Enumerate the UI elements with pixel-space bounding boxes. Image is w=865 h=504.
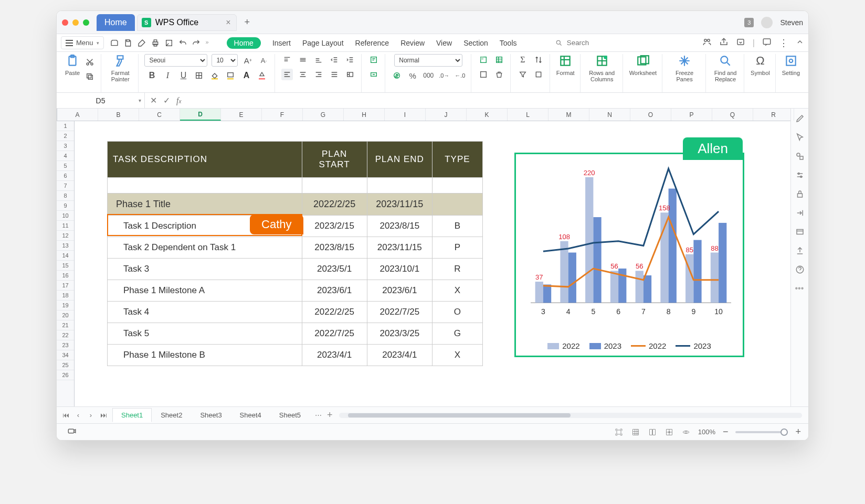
cell[interactable]: B (432, 216, 482, 237)
row-header[interactable]: 2 (57, 131, 74, 141)
last-sheet-icon[interactable]: ⏭ (99, 411, 108, 419)
sheet-tab[interactable]: Sheet5 (270, 408, 310, 422)
qat-more-icon[interactable]: » (206, 39, 214, 47)
page-break-view-icon[interactable] (664, 427, 674, 437)
sheet-tab[interactable]: Sheet2 (152, 408, 191, 422)
cell-style-icon[interactable] (478, 54, 489, 66)
row-header[interactable]: 17 (57, 281, 74, 291)
column-header[interactable]: A (57, 109, 98, 121)
row-header[interactable]: 12 (57, 231, 74, 241)
upload-icon[interactable] (795, 246, 805, 255)
row-header[interactable]: 14 (57, 251, 74, 261)
cell[interactable]: O (432, 302, 482, 323)
setting-button[interactable]: Setting (782, 54, 800, 76)
currency-icon[interactable] (391, 70, 403, 81)
column-header[interactable]: N (589, 109, 630, 121)
row-header[interactable]: 3 (57, 141, 74, 151)
freeze-panes-button[interactable]: Freeze Panes (669, 54, 700, 82)
print-preview-icon[interactable] (165, 39, 173, 47)
filter-icon[interactable] (517, 69, 529, 80)
next-sheet-icon[interactable]: › (86, 411, 96, 419)
cell[interactable]: Task 3 (108, 259, 302, 280)
row-header[interactable]: 20 (57, 310, 74, 320)
increase-indent-icon[interactable] (344, 54, 356, 66)
first-sheet-icon[interactable]: ⏮ (61, 411, 70, 419)
row-header[interactable]: 9 (57, 201, 74, 211)
cell[interactable]: Task 1 DescriptionCathy (108, 216, 302, 237)
align-center-icon[interactable] (297, 69, 309, 80)
underline-icon[interactable]: U (177, 70, 189, 81)
cell[interactable]: 2023/11/15 (367, 237, 432, 259)
align-bottom-icon[interactable] (313, 54, 324, 66)
lock-icon[interactable] (795, 189, 805, 199)
search-box[interactable] (555, 38, 692, 47)
cell[interactable]: 2023/3/25 (367, 323, 432, 345)
row-header[interactable]: 13 (57, 241, 74, 251)
zoom-out-icon[interactable]: − (723, 426, 729, 437)
save-cloud-icon[interactable] (736, 37, 745, 49)
wrap-text-icon[interactable] (368, 54, 379, 66)
merge-cells-icon[interactable] (368, 69, 379, 80)
column-header[interactable]: I (385, 109, 426, 121)
comma-icon[interactable]: 000 (423, 70, 434, 81)
find-replace-button[interactable]: Find and Replace (712, 54, 739, 82)
shapes-icon[interactable] (795, 152, 805, 161)
redo-icon[interactable] (192, 39, 201, 47)
cell-reference-box[interactable]: ▾ (57, 93, 145, 108)
collapse-ribbon-icon[interactable] (796, 38, 804, 48)
font-name-combo[interactable]: Seoui (144, 54, 207, 67)
cancel-input-icon[interactable]: ✕ (150, 95, 157, 105)
cell[interactable]: 2022/7/25 (302, 323, 367, 345)
column-header[interactable]: Q (712, 109, 753, 121)
cell[interactable]: 2023/4/1 (367, 345, 432, 366)
sheet-list-icon[interactable]: ⋯ (315, 411, 322, 419)
cell-color-icon[interactable] (225, 70, 236, 81)
align-middle-icon[interactable] (297, 54, 309, 66)
row-header[interactable]: 15 (57, 261, 74, 271)
clear-icon[interactable] (493, 69, 505, 80)
justify-icon[interactable] (329, 69, 340, 80)
sheet-tab[interactable]: Sheet3 (191, 408, 230, 422)
zoom-in-icon[interactable]: + (795, 426, 801, 437)
row-header[interactable]: 34 (57, 350, 74, 360)
horizontal-scrollbar[interactable] (339, 413, 802, 418)
share-users-icon[interactable] (702, 37, 712, 49)
ribbon-tab-reference[interactable]: Reference (355, 39, 389, 47)
ribbon-tab-page-layout[interactable]: Page Layout (302, 39, 344, 47)
cell[interactable]: 2022/2/25 (302, 302, 367, 323)
row-header[interactable]: 4 (57, 151, 74, 161)
ribbon-tab-review[interactable]: Review (400, 39, 425, 47)
cell[interactable]: X (432, 280, 482, 302)
avatar[interactable] (761, 17, 773, 28)
column-header[interactable]: L (508, 109, 548, 121)
cell[interactable]: 2023/10/1 (367, 259, 432, 280)
row-header[interactable]: 26 (57, 370, 74, 380)
decrease-decimal-icon[interactable]: ←.0 (454, 70, 466, 81)
row-header[interactable]: 6 (57, 171, 74, 181)
number-format-combo[interactable]: Normal (394, 54, 462, 67)
autosum-icon[interactable]: Σ (517, 54, 529, 66)
feedback-icon[interactable] (762, 37, 772, 49)
fill-icon[interactable] (533, 69, 544, 80)
copy-icon[interactable] (84, 71, 96, 82)
percent-icon[interactable]: % (407, 70, 418, 81)
format-button[interactable]: Format (556, 54, 575, 76)
fill-color-icon[interactable] (209, 70, 220, 81)
grid-canvas[interactable]: TASK DESCRIPTION PLAN START PLAN END TYP… (75, 121, 790, 406)
sheet-tab[interactable]: Sheet1 (112, 408, 152, 422)
cell[interactable]: 2023/6/1 (367, 280, 432, 302)
column-header[interactable]: D (180, 109, 221, 121)
row-header[interactable]: 23 (57, 340, 74, 350)
column-header[interactable]: G (303, 109, 344, 121)
chart[interactable]: Allen 3374108522065675681589851088 2022 … (514, 153, 744, 357)
ribbon-tab-view[interactable]: View (436, 39, 452, 47)
row-header[interactable]: 11 (57, 221, 74, 231)
table-style-icon[interactable] (493, 54, 505, 66)
column-header[interactable]: C (139, 109, 180, 121)
column-header[interactable]: J (426, 109, 467, 121)
save-as-icon[interactable] (138, 39, 146, 47)
cursor-icon[interactable] (795, 133, 805, 142)
cell[interactable]: Phase 1 Title (108, 194, 302, 216)
row-header[interactable]: 8 (57, 191, 74, 201)
close-window-icon[interactable] (62, 19, 68, 26)
